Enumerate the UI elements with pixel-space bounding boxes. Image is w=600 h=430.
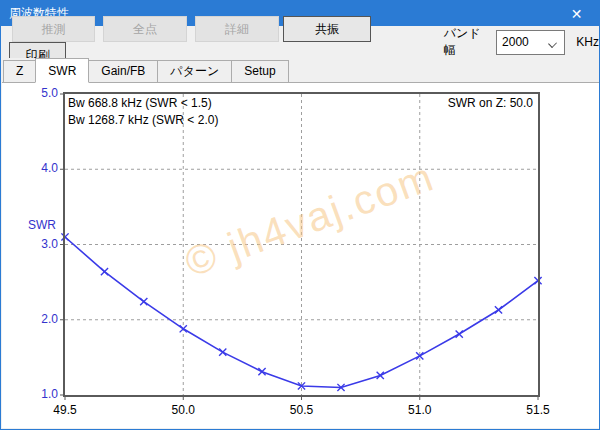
unit-label: KHz [576, 35, 599, 49]
tab-gain-fb[interactable]: Gain/FB [88, 60, 158, 82]
all-points-button: 全点 [103, 16, 187, 42]
y-axis-tick-label: 4.0 [18, 161, 58, 175]
x-axis-tick-label: 50.0 [158, 403, 208, 417]
x-axis-tick-label: 51.0 [395, 403, 445, 417]
y-axis-tick-label: 5.0 [18, 86, 58, 100]
swr-tab-panel: Bw 668.8 kHz (SWR < 1.5) Bw 1268.7 kHz (… [2, 83, 599, 428]
swr-chart-svg [63, 92, 540, 397]
tab-setup[interactable]: Setup [231, 60, 288, 82]
tab-pattern[interactable]: パターン [157, 60, 232, 82]
bw-annotation-line1: Bw 668.8 kHz (SWR < 1.5) [68, 95, 218, 112]
y-axis-tick-label: 1.0 [18, 387, 58, 401]
tab-z[interactable]: Z [3, 60, 36, 82]
tab-bar: ZSWRGain/FBパターンSetup [2, 58, 599, 83]
tab-swr[interactable]: SWR [35, 58, 89, 83]
y-axis-tick-label: 3.0 [18, 237, 58, 251]
swr-plot-area [63, 92, 540, 397]
frequency-characteristics-window: 周波数特性 ✕ 推測全点詳細共振印刷 バンド幅 2000 KHz ZSWRGai… [0, 0, 600, 430]
bandwidth-select[interactable]: 2000 [496, 30, 565, 55]
bandwidth-value: 2000 [502, 35, 529, 49]
swr-on-z-annotation: SWR on Z: 50.0 [448, 96, 533, 110]
chevron-down-icon [548, 39, 557, 48]
x-axis-tick-label: 50.5 [277, 403, 327, 417]
y-axis-tick-label: 2.0 [18, 312, 58, 326]
close-button[interactable]: ✕ [554, 1, 599, 26]
detail-button: 詳細 [195, 16, 279, 42]
bw-annotation-line2: Bw 1268.7 kHz (SWR < 2.0) [68, 112, 218, 129]
x-axis-tick-label: 49.5 [40, 403, 90, 417]
estimate-button: 推測 [12, 16, 95, 42]
close-icon: ✕ [571, 6, 583, 22]
bandwidth-label: バンド幅 [444, 25, 492, 59]
bandwidth-annotation: Bw 668.8 kHz (SWR < 1.5) Bw 1268.7 kHz (… [68, 95, 218, 129]
resonance-button[interactable]: 共振 [283, 16, 371, 42]
toolbar: 推測全点詳細共振印刷 バンド幅 2000 KHz [2, 26, 599, 58]
x-axis-tick-label: 51.5 [513, 403, 563, 417]
y-axis-title: SWR [16, 218, 56, 232]
